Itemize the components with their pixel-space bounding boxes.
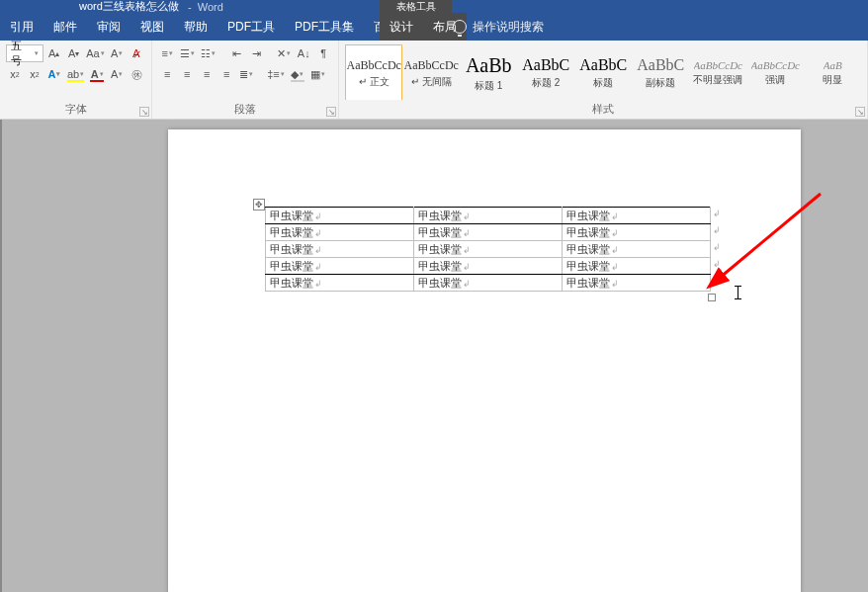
enclose-char-button[interactable]: ㊡ — [128, 65, 145, 83]
table-cell[interactable]: 甲虫课堂↲ — [266, 224, 414, 241]
cell-text: 甲虫课堂 — [566, 260, 610, 272]
table-cell[interactable]: 甲虫课堂↲ — [266, 241, 414, 258]
table-cell[interactable]: 甲虫课堂↲ — [266, 208, 414, 224]
word-table[interactable]: 甲虫课堂↲甲虫课堂↲甲虫课堂↲甲虫课堂↲甲虫课堂↲甲虫课堂↲甲虫课堂↲甲虫课堂↲… — [265, 207, 711, 292]
grow-font-button[interactable]: A▴ — [45, 44, 63, 62]
cell-text: 甲虫课堂 — [418, 243, 462, 255]
paragraph-mark: ↲ — [463, 211, 471, 221]
paragraph-mark: ↲ — [463, 262, 471, 272]
styles-group: AaBbCcDc↵ 正文AaBbCcDc↵ 无间隔AaBb标题 1AaBbC标题… — [339, 41, 868, 119]
tab-3[interactable]: 视图 — [130, 13, 174, 41]
row-end-mark: ↲ — [713, 276, 721, 286]
style-item-0[interactable]: AaBbCcDc↵ 正文 — [345, 44, 402, 100]
context-tab-0[interactable]: 设计 — [380, 13, 423, 41]
paragraph-mark: ↲ — [314, 211, 322, 221]
page[interactable]: ✥ 甲虫课堂↲甲虫课堂↲甲虫课堂↲甲虫课堂↲甲虫课堂↲甲虫课堂↲甲虫课堂↲甲虫课… — [168, 129, 801, 592]
font-dialog-launcher[interactable]: ↘ — [139, 107, 149, 117]
paragraph-mark: ↲ — [314, 245, 322, 255]
shading-button[interactable]: ◆ — [289, 65, 306, 83]
line-spacing-button[interactable]: ‡≡ — [265, 65, 287, 83]
sort-button[interactable]: A↓ — [295, 44, 312, 62]
style-item-3[interactable]: AaBbC标题 2 — [517, 44, 574, 100]
styles-gallery[interactable]: AaBbCcDc↵ 正文AaBbCcDc↵ 无间隔AaBb标题 1AaBbC标题… — [345, 44, 861, 100]
style-item-5[interactable]: AaBbC副标题 — [632, 44, 689, 100]
tab-5[interactable]: PDF工具 — [217, 13, 285, 41]
asian-layout-button[interactable]: ✕ — [275, 44, 293, 62]
highlight-button[interactable]: ab — [65, 65, 86, 83]
table-cell[interactable]: 甲虫课堂↲ — [266, 275, 414, 292]
paragraph-mark: ↲ — [611, 211, 619, 221]
style-item-4[interactable]: AaBbC标题 — [574, 44, 632, 100]
table-cell[interactable]: 甲虫课堂↲ — [414, 258, 563, 275]
ribbon: 五号 A▴ A▾ Aa A A̷ x2 x2 A ab A A ㊡ 字体 ↘ ≡… — [0, 41, 868, 120]
multilevel-list-button[interactable]: ☷ — [199, 44, 217, 62]
table-cell[interactable]: 甲虫课堂↲ — [414, 224, 563, 241]
table-row[interactable]: 甲虫课堂↲甲虫课堂↲甲虫课堂↲ — [266, 224, 711, 241]
tab-2[interactable]: 审阅 — [87, 13, 130, 41]
numbering-button[interactable]: ☰ — [178, 44, 197, 62]
table-row[interactable]: 甲虫课堂↲甲虫课堂↲甲虫课堂↲ — [266, 275, 711, 292]
table-row[interactable]: 甲虫课堂↲甲虫课堂↲甲虫课堂↲ — [266, 208, 711, 224]
align-left-button[interactable]: ≡ — [158, 65, 176, 83]
style-item-2[interactable]: AaBb标题 1 — [460, 44, 517, 100]
table-row[interactable]: 甲虫课堂↲甲虫课堂↲甲虫课堂↲ — [266, 241, 711, 258]
clear-formatting-button[interactable]: A̷ — [128, 44, 145, 62]
table-cell[interactable]: 甲虫课堂↲ — [414, 275, 563, 292]
font-color-button[interactable]: A — [88, 65, 106, 83]
style-name: 标题 1 — [475, 79, 502, 93]
borders-button[interactable]: ▦ — [308, 65, 327, 83]
paragraph-dialog-launcher[interactable]: ↘ — [326, 107, 336, 117]
row-end-mark: ↲ — [713, 242, 721, 252]
distribute-button[interactable]: ≣ — [237, 65, 255, 83]
table-cell[interactable]: 甲虫课堂↲ — [563, 258, 711, 275]
table-row[interactable]: 甲虫课堂↲甲虫课堂↲甲虫课堂↲ — [266, 258, 711, 275]
styles-dialog-launcher[interactable]: ↘ — [855, 107, 865, 117]
left-edge — [0, 120, 2, 592]
table-cell[interactable]: 甲虫课堂↲ — [563, 275, 711, 292]
bullets-button[interactable]: ≡ — [158, 44, 176, 62]
phonetic-guide-button[interactable]: A — [108, 44, 126, 62]
font-size-combo[interactable]: 五号 — [6, 44, 43, 62]
table-cell[interactable]: 甲虫课堂↲ — [266, 258, 414, 275]
show-marks-button[interactable]: ¶ — [314, 44, 332, 62]
char-border-button[interactable]: A — [108, 65, 126, 83]
annotation-arrow — [702, 189, 830, 297]
text-effects-button[interactable]: A — [45, 65, 63, 83]
table-cell[interactable]: 甲虫课堂↲ — [563, 224, 711, 241]
table-resize-handle[interactable] — [708, 294, 716, 301]
style-item-7[interactable]: AaBbCcDc强调 — [746, 44, 804, 100]
decrease-indent-button[interactable]: ⇤ — [227, 44, 245, 62]
paragraph-mark: ↲ — [314, 279, 322, 289]
cell-text: 甲虫课堂 — [270, 210, 313, 221]
document-title: word三线表格怎么做 — [79, 0, 179, 14]
document-area[interactable]: ✥ 甲虫课堂↲甲虫课堂↲甲虫课堂↲甲虫课堂↲甲虫课堂↲甲虫课堂↲甲虫课堂↲甲虫课… — [0, 120, 868, 592]
shrink-font-button[interactable]: A▾ — [65, 44, 83, 62]
tab-0[interactable]: 引用 — [0, 13, 43, 41]
cell-text: 甲虫课堂 — [418, 277, 462, 289]
table-cell[interactable]: 甲虫课堂↲ — [414, 241, 563, 258]
change-case-button[interactable]: Aa — [85, 44, 107, 62]
tab-4[interactable]: 帮助 — [174, 13, 217, 41]
tab-6[interactable]: PDF工具集 — [285, 13, 364, 41]
table-cell[interactable]: 甲虫课堂↲ — [414, 208, 563, 224]
cell-text: 甲虫课堂 — [270, 243, 313, 255]
style-item-8[interactable]: AaB明显 — [804, 44, 861, 100]
style-preview: AaBbCcDc — [347, 58, 401, 73]
style-item-1[interactable]: AaBbCcDc↵ 无间隔 — [402, 44, 460, 100]
ribbon-tabs: 表格工具 引用邮件审阅视图帮助PDF工具PDF工具集百度网盘 设计布局 操作说明… — [0, 13, 868, 41]
contextual-tab-title: 表格工具 — [380, 0, 452, 13]
paragraph-mark: ↲ — [611, 262, 619, 272]
table-cell[interactable]: 甲虫课堂↲ — [563, 241, 711, 258]
table-move-handle[interactable]: ✥ — [253, 199, 265, 211]
justify-button[interactable]: ≡ — [217, 65, 235, 83]
align-center-button[interactable]: ≡ — [178, 65, 196, 83]
align-right-button[interactable]: ≡ — [198, 65, 216, 83]
increase-indent-button[interactable]: ⇥ — [247, 44, 265, 62]
tab-1[interactable]: 邮件 — [43, 13, 87, 41]
style-preview: AaBbC — [637, 56, 684, 74]
subscript-button[interactable]: x2 — [26, 65, 43, 83]
superscript-button[interactable]: x2 — [6, 65, 24, 83]
style-item-6[interactable]: AaBbCcDc不明显强调 — [689, 44, 746, 100]
app-name: - Word — [185, 1, 223, 13]
table-cell[interactable]: 甲虫课堂↲ — [563, 208, 711, 224]
